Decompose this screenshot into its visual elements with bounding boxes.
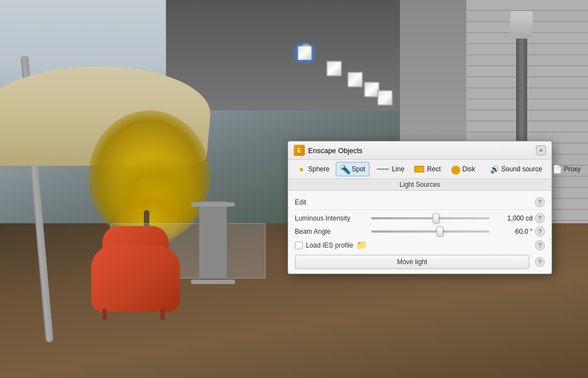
luminous-intensity-slider-thumb[interactable] bbox=[433, 213, 439, 223]
sound-source-label: Sound source bbox=[501, 165, 542, 173]
disk-button[interactable]: ⬤ Disk bbox=[447, 162, 479, 176]
sound-source-button[interactable]: 🔊 Sound source bbox=[486, 162, 546, 176]
enscape-dialog: E Enscape Objects × ● Sphere 🔦 Spot Line… bbox=[288, 141, 552, 274]
beam-angle-slider-track[interactable] bbox=[371, 230, 490, 233]
edit-label: Edit bbox=[295, 198, 306, 206]
rect-label: Rect bbox=[427, 165, 441, 173]
ceiling-light-5[interactable] bbox=[377, 90, 393, 106]
move-light-button[interactable]: Move light bbox=[295, 255, 529, 269]
luminous-intensity-help-button[interactable]: ? bbox=[535, 213, 545, 223]
close-button[interactable]: × bbox=[536, 145, 546, 155]
beam-angle-label: Beam Angle bbox=[295, 228, 367, 235]
dialog-content: Edit ? Luminous Intensity 1,000 cd ? Bea… bbox=[288, 191, 551, 274]
beam-angle-slider-thumb[interactable] bbox=[436, 227, 443, 237]
ies-help-button[interactable]: ? bbox=[535, 240, 545, 250]
proxy-label: Proxy bbox=[564, 165, 581, 173]
luminous-intensity-value: 1,000 cd bbox=[494, 214, 533, 222]
beam-angle-help-button[interactable]: ? bbox=[535, 227, 545, 237]
sphere-button[interactable]: ● Sphere bbox=[293, 162, 334, 176]
folder-icon[interactable]: 📁 bbox=[356, 240, 367, 250]
luminous-intensity-row: Luminous Intensity 1,000 cd ? bbox=[295, 213, 545, 223]
line-button[interactable]: Line bbox=[372, 164, 408, 175]
chair-body bbox=[91, 245, 180, 312]
move-light-row: Move light ? bbox=[295, 255, 545, 269]
side-table-pole bbox=[199, 201, 227, 279]
sphere-label: Sphere bbox=[308, 165, 330, 173]
luminous-intensity-label: Luminous Intensity bbox=[295, 214, 367, 222]
ies-label: Load IES profile bbox=[306, 242, 353, 249]
dialog-title-left: E Enscape Objects bbox=[294, 145, 362, 156]
enscape-logo: E bbox=[294, 145, 305, 156]
spot-button[interactable]: 🔦 Spot bbox=[336, 162, 370, 176]
proxy-icon: 📄 bbox=[552, 164, 562, 174]
dialog-titlebar[interactable]: E Enscape Objects × bbox=[288, 141, 551, 160]
ies-checkbox[interactable] bbox=[295, 242, 303, 249]
section-heading: Light Sources bbox=[288, 179, 551, 191]
ies-row: Load IES profile 📁 ? bbox=[295, 240, 545, 250]
beam-angle-row: Beam Angle 60.0 ° ? bbox=[295, 227, 545, 237]
line-icon bbox=[377, 169, 389, 170]
dialog-title: Enscape Objects bbox=[308, 146, 362, 155]
disk-icon: ⬤ bbox=[451, 164, 461, 174]
sound-source-icon: 🔊 bbox=[490, 164, 499, 174]
chair-leg-left bbox=[102, 309, 107, 320]
toolbar: ● Sphere 🔦 Spot Line Rect ⬤ Disk 🔊 Sound… bbox=[288, 160, 551, 179]
rect-icon bbox=[414, 166, 424, 172]
luminous-intensity-slider-track[interactable] bbox=[371, 217, 490, 219]
light-glow bbox=[300, 44, 311, 55]
ceiling-light-selected[interactable] bbox=[297, 45, 313, 61]
move-light-help-button[interactable]: ? bbox=[535, 257, 545, 267]
side-table-base bbox=[191, 280, 235, 284]
ceiling-light-2[interactable] bbox=[326, 61, 342, 76]
chair-leg-right bbox=[160, 309, 165, 320]
line-label: Line bbox=[392, 165, 404, 173]
rect-button[interactable]: Rect bbox=[410, 164, 445, 175]
spot-label: Spot bbox=[352, 165, 366, 173]
ceiling-light-3[interactable] bbox=[347, 72, 363, 87]
proxy-button[interactable]: 📄 Proxy bbox=[548, 162, 585, 176]
sphere-icon: ● bbox=[296, 164, 306, 174]
side-table-top bbox=[191, 202, 235, 207]
spot-icon: 🔦 bbox=[340, 164, 350, 174]
edit-row: Edit ? bbox=[295, 195, 545, 210]
edit-help-button[interactable]: ? bbox=[535, 197, 545, 207]
lamp-head bbox=[511, 11, 533, 39]
beam-angle-value: 60.0 ° bbox=[494, 228, 533, 235]
disk-label: Disk bbox=[462, 165, 475, 173]
